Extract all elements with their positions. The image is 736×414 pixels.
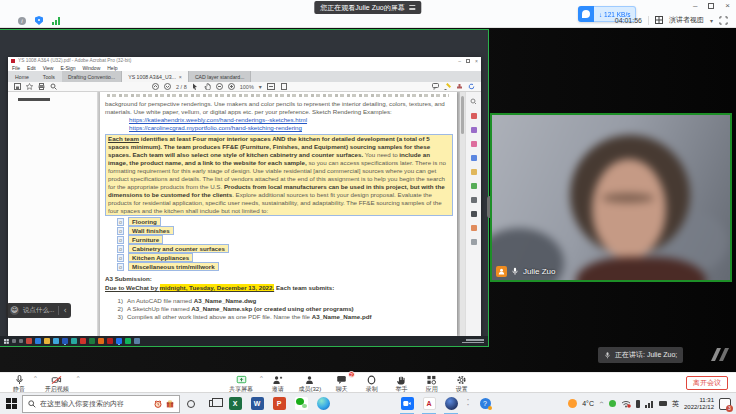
- search-icon[interactable]: [50, 83, 57, 90]
- start-button[interactable]: [0, 393, 22, 414]
- zoom-out-icon[interactable]: [216, 83, 223, 90]
- weather-icon[interactable]: [568, 399, 577, 408]
- cortana-button[interactable]: [180, 393, 202, 414]
- network-signal-icon[interactable]: [52, 17, 60, 25]
- doc-link-1[interactable]: https://katieahendrix.weebly.com/hand-re…: [129, 116, 453, 124]
- taskbar-app-icon[interactable]: [107, 338, 113, 344]
- phone-icon[interactable]: [636, 400, 640, 408]
- acrobat-close-button[interactable]: ×: [475, 58, 478, 64]
- save-icon[interactable]: [14, 83, 21, 90]
- taskbar-app-icon[interactable]: [98, 338, 104, 344]
- tool-icon[interactable]: [471, 169, 477, 175]
- network-status-icon[interactable]: [621, 399, 631, 408]
- taskbar-app-icon[interactable]: [26, 338, 32, 344]
- zoom-level[interactable]: 100%: [240, 84, 254, 90]
- acrobat-taskbar-button[interactable]: A: [418, 393, 440, 414]
- stamp-icon[interactable]: [456, 83, 463, 90]
- select-cursor-icon[interactable]: [192, 83, 199, 90]
- meeting-info-icon[interactable]: i: [18, 17, 26, 25]
- hamburger-icon[interactable]: [410, 5, 416, 10]
- chat-placeholder[interactable]: 说点什么...: [23, 306, 54, 315]
- close-button[interactable]: ×: [725, 2, 730, 10]
- taskbar-app-icon[interactable]: [71, 338, 77, 344]
- emoji-icon[interactable]: ☺: [10, 306, 19, 315]
- view-mode-selector[interactable]: 演讲者视图: [669, 15, 704, 25]
- tool-icon[interactable]: [471, 141, 477, 147]
- app-sphere-button[interactable]: [440, 393, 462, 414]
- menu-view[interactable]: View: [43, 65, 54, 71]
- pane-search-icon[interactable]: [470, 98, 477, 105]
- tool-icon[interactable]: [471, 127, 477, 133]
- edge-button[interactable]: [312, 393, 334, 414]
- taskbar-clock[interactable]: 11:31 2022/12/12: [684, 397, 714, 411]
- record-button[interactable]: 录制: [357, 373, 387, 393]
- start-video-button[interactable]: 开启视频: [37, 373, 77, 393]
- members-button[interactable]: 成员(32): [293, 373, 327, 393]
- mute-button[interactable]: 静音: [4, 373, 34, 393]
- settings-button[interactable]: 设置: [447, 373, 477, 393]
- chat-button[interactable]: 聊天 2: [327, 373, 357, 393]
- signal-bars-icon[interactable]: [645, 400, 654, 408]
- zoom-in-icon[interactable]: [228, 83, 235, 90]
- hand-tool-icon[interactable]: [204, 83, 211, 90]
- raise-hand-button[interactable]: 举手: [387, 373, 417, 393]
- tool-icon[interactable]: [471, 225, 477, 231]
- input-language[interactable]: 英: [672, 399, 679, 409]
- word-button[interactable]: W: [246, 393, 268, 414]
- chat-quick-input[interactable]: ☺ 说点什么... ‹: [6, 303, 71, 318]
- fullscreen-icon[interactable]: [719, 16, 728, 25]
- security-shield-icon[interactable]: [35, 16, 43, 25]
- rotate-icon[interactable]: [468, 83, 475, 90]
- dock-chevrons[interactable]: ˄˅: [462, 393, 474, 414]
- tab-document-1[interactable]: Drafting Conventio...: [62, 71, 122, 82]
- acrobat-maximize-button[interactable]: [466, 59, 470, 63]
- menu-edit[interactable]: Edit: [27, 65, 36, 71]
- taskbar-app-icon[interactable]: [134, 338, 140, 344]
- share-screen-button[interactable]: 共享屏幕: [222, 373, 260, 393]
- task-view-button[interactable]: [202, 393, 224, 414]
- highlighter-icon[interactable]: [444, 83, 451, 90]
- maximize-button[interactable]: [708, 3, 714, 9]
- menu-esign[interactable]: E-Sign: [60, 65, 75, 71]
- tool-icon[interactable]: [471, 197, 477, 203]
- wechat-button[interactable]: [290, 393, 312, 414]
- menu-window[interactable]: Window: [82, 65, 100, 71]
- menu-file[interactable]: File: [12, 65, 20, 71]
- tab-home[interactable]: Home: [8, 71, 36, 82]
- chevron-down-icon[interactable]: ▾: [710, 17, 713, 24]
- excel-button[interactable]: X: [224, 393, 246, 414]
- zoom-caret-icon[interactable]: ▾: [259, 83, 262, 90]
- invite-button[interactable]: 邀请: [263, 373, 293, 393]
- doc-link-2[interactable]: https://carolinecgrad.myportfolio.com/ha…: [129, 124, 453, 132]
- fit-width-icon[interactable]: [267, 83, 275, 90]
- minimize-button[interactable]: –: [693, 2, 697, 10]
- taskbar-app-icon[interactable]: [44, 338, 50, 344]
- touch-keyboard-icon[interactable]: [659, 401, 667, 406]
- shared-search-icon[interactable]: [12, 339, 16, 343]
- taskbar-app-icon[interactable]: [62, 338, 68, 344]
- shared-taskview-icon[interactable]: [19, 339, 23, 343]
- print-icon[interactable]: [38, 83, 45, 90]
- temperature[interactable]: 4°C: [582, 400, 594, 407]
- action-center-button[interactable]: 3: [719, 398, 731, 410]
- shared-start-icon[interactable]: [4, 339, 9, 344]
- taskbar-search[interactable]: 在这里输入你要搜索的内容: [22, 395, 180, 413]
- leave-meeting-button[interactable]: 离开会议: [686, 376, 728, 390]
- star-icon[interactable]: [26, 83, 33, 90]
- collapse-chevron-icon[interactable]: ‹: [63, 306, 66, 315]
- page-up-icon[interactable]: [152, 83, 159, 90]
- tray-green-icon[interactable]: [609, 400, 616, 407]
- page-indicator[interactable]: 2 / 8: [176, 84, 187, 90]
- apps-button[interactable]: 应用: [417, 373, 447, 393]
- taskbar-app-icon[interactable]: [89, 338, 95, 344]
- tab-document-2[interactable]: YS 1008 A3&4_U3... ×: [122, 71, 189, 82]
- menu-help[interactable]: Help: [107, 65, 117, 71]
- taskbar-app-icon[interactable]: [35, 338, 41, 344]
- taskbar-app-icon[interactable]: [116, 338, 122, 344]
- powerpoint-button[interactable]: P: [268, 393, 290, 414]
- comment-icon[interactable]: [432, 83, 439, 90]
- tool-icon[interactable]: [471, 113, 477, 119]
- tool-icon[interactable]: [471, 211, 477, 217]
- page-down-icon[interactable]: [164, 83, 171, 90]
- hidden-icons-chevron[interactable]: ^: [599, 400, 604, 407]
